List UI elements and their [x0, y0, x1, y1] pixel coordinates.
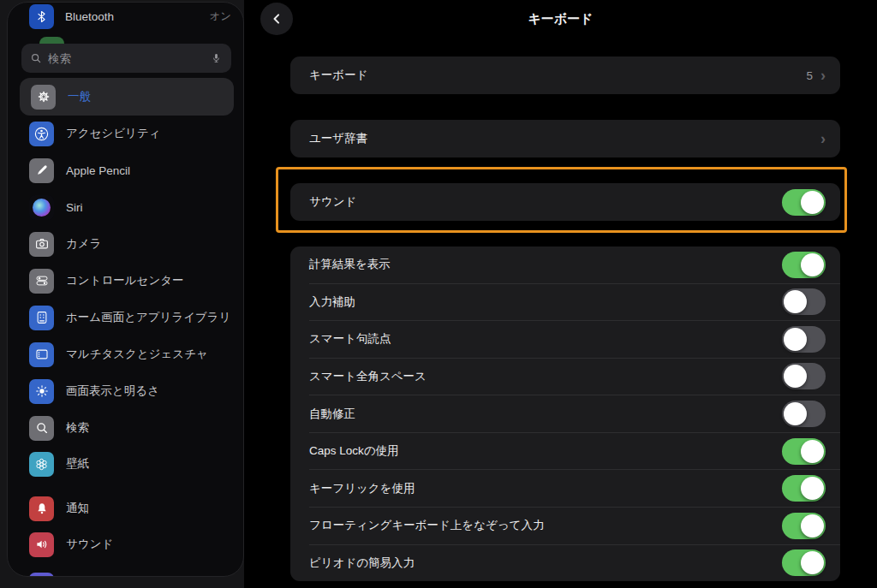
row-label: 自動修正 — [309, 407, 782, 422]
row-label: フローティングキーボード上をなぞって入力 — [309, 518, 782, 533]
row-slide-on-floating-keyboard[interactable]: フローティングキーボード上をなぞって入力 — [309, 507, 840, 544]
settings-sidebar: Bluetooth オン 一般 アクセシビリティ — [7, 2, 244, 577]
search-input[interactable] — [48, 52, 204, 65]
sidebar-search[interactable] — [21, 44, 231, 73]
pencil-icon — [29, 158, 54, 183]
row-label: サウンド — [309, 194, 782, 210]
bluetooth-status: オン — [209, 9, 231, 24]
row-detail-value: 5 — [806, 69, 813, 82]
row-label: 入力補助 — [309, 294, 782, 310]
sidebar-item-label: 一般 — [68, 89, 91, 104]
row-user-dictionary[interactable]: ユーザ辞書 › — [290, 120, 840, 157]
row-label: ユーザ辞書 — [309, 131, 820, 146]
sidebar-item-siri[interactable]: Siri — [29, 192, 233, 223]
sidebar-item-display-brightness[interactable]: 画面表示と明るさ — [29, 376, 233, 407]
row-period-shortcut[interactable]: ピリオドの簡易入力 — [309, 544, 840, 582]
sidebar-item-label: 画面表示と明るさ — [66, 383, 159, 399]
sidebar-item-notifications[interactable]: 通知 — [29, 493, 233, 524]
sidebar-item-label: 壁紙 — [66, 456, 89, 472]
bluetooth-icon — [29, 4, 54, 29]
chevron-right-icon: › — [820, 68, 826, 83]
gear-icon — [31, 85, 56, 110]
period-shortcut-toggle[interactable] — [782, 549, 826, 576]
sidebar-item-label: Apple Pencil — [66, 164, 130, 177]
sidebar-item-multitasking[interactable]: マルチタスクとジェスチャ — [29, 339, 233, 370]
row-key-flicks[interactable]: キーフリックを使用 — [309, 469, 840, 507]
user-dictionary-card: ユーザ辞書 › — [290, 120, 840, 157]
display-icon — [29, 379, 54, 404]
row-label: キーフリックを使用 — [309, 481, 782, 496]
sidebar-item-label: 検索 — [66, 420, 89, 436]
slide-on-floating-keyboard-toggle[interactable] — [782, 513, 826, 539]
camera-icon — [29, 232, 54, 257]
show-calculation-results-toggle[interactable] — [782, 252, 826, 278]
settings-app: Bluetooth オン 一般 アクセシビリティ — [0, 0, 877, 588]
row-label: スマート全角スペース — [309, 369, 782, 384]
accessibility-icon — [29, 122, 54, 146]
spotlight-icon — [29, 416, 54, 441]
siri-icon — [29, 195, 54, 220]
search-icon — [30, 52, 42, 64]
sidebar-item-focus-partial[interactable] — [29, 569, 233, 577]
sidebar-item-search[interactable]: 検索 — [29, 413, 233, 443]
smart-punctuation-toggle[interactable] — [782, 326, 826, 353]
row-label: スマート句読点 — [309, 331, 782, 347]
smart-fullwidth-space-toggle[interactable] — [782, 363, 826, 389]
row-auto-correction[interactable]: 自動修正 — [309, 395, 840, 432]
chevron-right-icon: › — [820, 131, 826, 146]
sidebar-item-accessibility[interactable]: アクセシビリティ — [29, 118, 233, 149]
row-keyboards[interactable]: キーボード 5 › — [290, 56, 840, 94]
sidebar-item-sounds[interactable]: サウンド — [29, 529, 233, 560]
page-title: キーボード — [244, 0, 877, 38]
sidebar-item-general-selected[interactable]: 一般 — [20, 78, 234, 116]
sidebar-item-label: アクセシビリティ — [66, 126, 161, 141]
row-label: ピリオドの簡易入力 — [309, 555, 782, 571]
sidebar-item-label: ホーム画面とアプリライブラリ — [66, 310, 230, 325]
row-caps-lock[interactable]: Caps Lockの使用 — [309, 432, 840, 470]
row-smart-fullwidth-space[interactable]: スマート全角スペース — [309, 358, 840, 395]
control-center-icon — [29, 269, 54, 294]
bluetooth-label: Bluetooth — [65, 10, 198, 23]
sidebar-item-apple-pencil[interactable]: Apple Pencil — [29, 155, 233, 186]
sidebar-item-camera[interactable]: カメラ — [29, 229, 233, 259]
mic-icon[interactable] — [210, 52, 223, 65]
sidebar-item-label: サウンド — [66, 537, 113, 552]
row-show-calculation-results[interactable]: 計算結果を表示 — [309, 246, 840, 283]
sidebar-item-label: 通知 — [66, 501, 89, 516]
sound-card: サウンド — [290, 183, 840, 221]
row-input-assistance[interactable]: 入力補助 — [309, 283, 840, 321]
sidebar-item-label: マルチタスクとジェスチャ — [66, 347, 208, 362]
row-label: キーボード — [309, 68, 806, 83]
typing-options-card: 計算結果を表示 入力補助 スマート句読点 スマート全角スペース 自動修正 Cap… — [290, 246, 840, 581]
home-screen-icon — [29, 306, 54, 330]
sidebar-item-label: カメラ — [66, 236, 101, 252]
multitasking-icon — [29, 342, 54, 367]
wallpaper-icon — [29, 452, 54, 477]
sidebar-item-label: Siri — [66, 201, 83, 214]
notifications-icon — [29, 496, 54, 521]
key-flicks-toggle[interactable] — [782, 475, 826, 502]
sidebar-item-bluetooth[interactable]: Bluetooth オン — [29, 2, 231, 31]
sidebar-item-home-screen[interactable]: ホーム画面とアプリライブラリ — [29, 302, 233, 333]
sidebar-item-label: コントロールセンター — [66, 273, 184, 288]
row-label: Caps Lockの使用 — [309, 443, 782, 459]
row-sound[interactable]: サウンド — [290, 183, 840, 221]
row-label: 計算結果を表示 — [309, 257, 782, 272]
row-smart-punctuation[interactable]: スマート句読点 — [309, 320, 840, 358]
auto-correction-toggle[interactable] — [782, 401, 826, 427]
sounds-icon — [29, 532, 54, 557]
keyboards-card: キーボード 5 › — [290, 56, 840, 94]
keyboard-settings-pane: キーボード キーボード 5 › ユーザ辞書 › サウンド 計算結果を表示 — [244, 0, 877, 588]
sidebar-item-control-center[interactable]: コントロールセンター — [29, 265, 233, 296]
focus-icon — [29, 573, 54, 578]
sound-toggle[interactable] — [782, 189, 826, 216]
caps-lock-toggle[interactable] — [782, 438, 826, 465]
sidebar-item-wallpaper[interactable]: 壁紙 — [29, 448, 233, 479]
input-assistance-toggle[interactable] — [782, 288, 826, 315]
